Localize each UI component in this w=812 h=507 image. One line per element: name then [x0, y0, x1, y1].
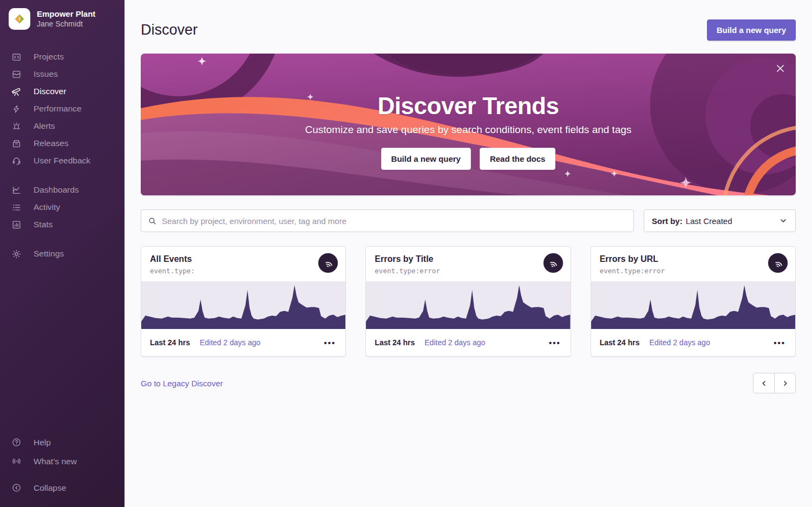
releases-icon [11, 138, 22, 149]
pagination-prev-button[interactable] [753, 373, 775, 393]
card-title: All Events [150, 254, 337, 264]
sidebar-item-label: Collapse [34, 483, 66, 493]
card-context-menu-button[interactable]: ••• [548, 337, 562, 349]
issues-icon [11, 69, 22, 80]
sort-dropdown[interactable]: Sort by: Last Created [644, 209, 796, 232]
whats-new-icon [11, 456, 22, 467]
sidebar-item-issues[interactable]: Issues [0, 65, 125, 83]
chevron-left-icon [760, 379, 768, 387]
card-title: Errors by URL [600, 254, 787, 264]
sidebar-item-label: Issues [34, 69, 58, 79]
projects-icon [11, 51, 22, 62]
card-sparkline-chart [366, 281, 570, 329]
org-info: Empower Plant Jane Schmidt [37, 9, 95, 29]
sort-label: Sort by: [652, 216, 683, 226]
sidebar-nav-primary: Projects Issues Discover Performance Ale… [0, 48, 125, 169]
org-avatar [9, 8, 30, 30]
sidebar-item-label: Projects [34, 52, 64, 62]
card-query: event.type:error [600, 267, 787, 275]
build-new-query-button[interactable]: Build a new query [707, 19, 796, 41]
search-icon [148, 216, 157, 226]
sidebar-item-label: Performance [34, 104, 82, 114]
sidebar-item-user-feedback[interactable]: User Feedback [0, 152, 125, 169]
performance-icon [11, 103, 22, 114]
sidebar-nav-settings: Settings [0, 245, 125, 262]
query-card-errors-by-title[interactable]: Errors by Title event.type:error Last 24… [365, 246, 571, 357]
stats-icon [11, 219, 22, 230]
card-query: event.type:error [375, 267, 561, 275]
card-header: All Events event.type: [141, 247, 345, 281]
card-sparkline-chart [141, 281, 345, 329]
sidebar-item-alerts[interactable]: Alerts [0, 117, 125, 135]
banner-content: Discover Trends Customize and save queri… [141, 54, 796, 195]
activity-icon [11, 202, 22, 213]
chevron-right-icon [781, 379, 789, 387]
feedback-icon [11, 155, 22, 166]
banner-read-docs-button[interactable]: Read the docs [480, 148, 556, 170]
sidebar-item-label: User Feedback [34, 156, 90, 166]
sidebar-item-label: Help [34, 438, 51, 447]
sentry-logo-icon [547, 258, 559, 269]
main-content: Discover Build a new query [125, 0, 812, 507]
sentry-logo-badge [768, 253, 788, 273]
sidebar-item-settings[interactable]: Settings [0, 245, 125, 262]
query-card-errors-by-url[interactable]: Errors by URL event.type:error Last 24 h… [591, 246, 796, 357]
card-query: event.type: [150, 267, 337, 275]
sidebar-item-help[interactable]: Help [0, 433, 125, 452]
card-timeframe: Last 24 hrs [150, 338, 190, 347]
sentry-logo-icon [323, 258, 334, 269]
sidebar-item-label: Discover [34, 87, 66, 96]
legacy-discover-link[interactable]: Go to Legacy Discover [141, 379, 223, 388]
card-sparkline-chart [591, 281, 795, 329]
banner-buttons: Build a new query Read the docs [381, 148, 556, 170]
card-footer: Last 24 hrs Edited 2 days ago ••• [591, 329, 795, 356]
banner-build-query-button[interactable]: Build a new query [381, 148, 471, 170]
pagination-next-button[interactable] [774, 373, 796, 393]
org-user: Jane Schmidt [37, 19, 95, 29]
sidebar-item-dashboards[interactable]: Dashboards [0, 181, 125, 199]
sidebar-item-label: Stats [34, 220, 53, 229]
dashboards-icon [11, 185, 22, 195]
card-edited: Edited 2 days ago [424, 338, 485, 347]
sidebar-item-label: What’s new [34, 457, 77, 466]
settings-icon [11, 248, 22, 259]
sidebar-item-stats[interactable]: Stats [0, 216, 125, 233]
sidebar-item-label: Releases [34, 139, 69, 148]
page-header: Discover Build a new query [141, 19, 796, 41]
help-icon [11, 437, 22, 448]
card-edited: Edited 2 days ago [650, 338, 710, 347]
card-context-menu-button[interactable]: ••• [323, 337, 337, 349]
sidebar-item-activity[interactable]: Activity [0, 199, 125, 216]
card-title: Errors by Title [375, 254, 561, 264]
card-footer: Last 24 hrs Edited 2 days ago ••• [141, 329, 345, 356]
card-header: Errors by URL event.type:error [591, 247, 795, 281]
sidebar-item-releases[interactable]: Releases [0, 135, 125, 152]
sidebar-item-discover[interactable]: Discover [0, 83, 125, 100]
sentry-logo-badge [543, 253, 563, 273]
banner-close-button[interactable] [773, 61, 787, 75]
sort-value: Last Created [686, 216, 732, 226]
sidebar-nav-secondary: Dashboards Activity Stats [0, 181, 125, 233]
collapse-left-icon [11, 483, 22, 493]
sidebar-item-whats-new[interactable]: What’s new [0, 452, 125, 471]
page-title: Discover [141, 22, 198, 38]
toolbar: Sort by: Last Created [141, 209, 796, 232]
query-card-all-events[interactable]: All Events event.type: Last 24 hrs Edite… [141, 246, 346, 357]
sidebar-item-performance[interactable]: Performance [0, 100, 125, 117]
banner-title: Discover Trends [378, 93, 559, 120]
sidebar-item-label: Activity [34, 202, 60, 212]
card-footer: Last 24 hrs Edited 2 days ago ••• [366, 329, 570, 356]
list-footer: Go to Legacy Discover [141, 373, 796, 393]
sidebar-item-projects[interactable]: Projects [0, 48, 125, 65]
card-edited: Edited 2 days ago [200, 338, 260, 347]
card-header: Errors by Title event.type:error [366, 247, 570, 281]
discover-icon [11, 86, 22, 97]
search-input[interactable] [162, 216, 627, 226]
sidebar-collapse-button[interactable]: Collapse [0, 478, 125, 497]
chevron-down-icon [779, 216, 788, 225]
saved-query-search[interactable] [141, 209, 634, 232]
card-context-menu-button[interactable]: ••• [772, 337, 787, 349]
sidebar-item-label: Alerts [34, 121, 55, 131]
org-switcher[interactable]: Empower Plant Jane Schmidt [0, 8, 125, 30]
card-timeframe: Last 24 hrs [375, 338, 415, 347]
